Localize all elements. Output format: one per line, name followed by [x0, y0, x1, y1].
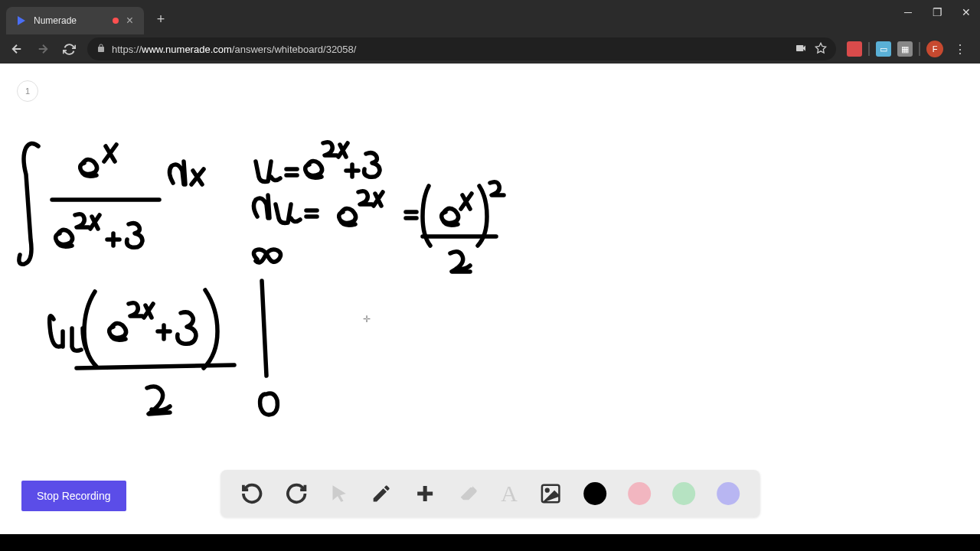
url-bar[interactable]: https://www.numerade.com/answers/whitebo…: [87, 37, 836, 60]
text-tool-button[interactable]: A: [501, 481, 518, 507]
redo-button[interactable]: [285, 482, 308, 505]
maximize-button[interactable]: ❐: [928, 6, 946, 18]
cursor-tool-button[interactable]: [329, 484, 349, 504]
whiteboard-canvas[interactable]: 1 ✛: [0, 64, 980, 534]
recording-indicator-icon: [113, 18, 119, 24]
window-controls: ─ ❐ ✕: [899, 6, 975, 18]
separator: [919, 42, 920, 56]
camera-icon[interactable]: [795, 42, 807, 57]
lock-icon: [96, 44, 106, 55]
extension-icons: ▭ ▦ F ⋮: [844, 41, 974, 57]
minimize-button[interactable]: ─: [899, 6, 917, 18]
extension-icon-1[interactable]: [847, 41, 862, 57]
undo-button[interactable]: [240, 482, 263, 505]
bottom-bar: [0, 534, 980, 551]
extension-icon-2[interactable]: ▭: [876, 41, 891, 57]
browser-tab-strip: Numerade × + ─ ❐ ✕: [0, 0, 980, 34]
url-text: https://www.numerade.com/answers/whitebo…: [112, 44, 789, 55]
bookmark-star-icon[interactable]: [815, 42, 827, 57]
color-purple[interactable]: [717, 482, 740, 505]
handwriting: [0, 64, 980, 534]
color-pink[interactable]: [628, 482, 651, 505]
tab-favicon: [15, 15, 28, 27]
profile-avatar[interactable]: F: [926, 41, 943, 57]
back-button[interactable]: [6, 38, 28, 60]
forward-button[interactable]: [32, 38, 54, 60]
url-protocol: https://: [112, 44, 142, 55]
eraser-tool-button[interactable]: [458, 483, 479, 504]
whiteboard-toolbar: A: [220, 470, 760, 517]
browser-nav-bar: https://www.numerade.com/answers/whitebo…: [0, 34, 980, 64]
browser-tab[interactable]: Numerade ×: [6, 7, 144, 34]
add-button[interactable]: [413, 482, 436, 505]
pen-tool-button[interactable]: [371, 483, 392, 504]
color-black[interactable]: [583, 482, 606, 505]
tab-title: Numerade: [34, 15, 106, 26]
image-tool-button[interactable]: [539, 482, 562, 505]
url-domain: www.numerade.com: [142, 44, 232, 55]
reload-button[interactable]: [58, 38, 80, 60]
color-green[interactable]: [672, 482, 695, 505]
tab-close-button[interactable]: ×: [125, 14, 135, 28]
extension-icon-3[interactable]: ▦: [897, 41, 913, 57]
url-path: /answers/whiteboard/32058/: [232, 44, 357, 55]
browser-menu-button[interactable]: ⋮: [949, 42, 971, 57]
new-tab-button[interactable]: +: [152, 10, 170, 28]
close-window-button[interactable]: ✕: [957, 6, 975, 18]
stop-recording-button[interactable]: Stop Recording: [21, 481, 126, 511]
svg-point-1: [546, 489, 549, 492]
separator: [868, 42, 870, 56]
